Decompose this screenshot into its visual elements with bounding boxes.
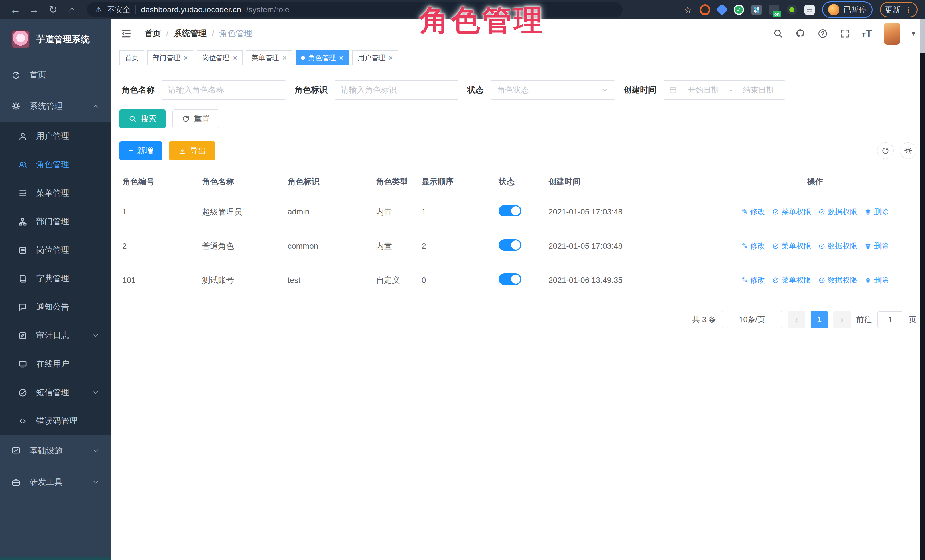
sidebar-item-audit-log[interactable]: 审计日志 <box>0 321 111 350</box>
browser-back-icon[interactable]: ← <box>8 4 23 16</box>
add-button[interactable]: + 新增 <box>119 141 162 160</box>
prev-page-button[interactable]: ‹ <box>788 311 805 328</box>
sidebar-logo-row[interactable]: 芋道管理系统 <box>0 20 111 59</box>
row-actions: ✎修改 菜单权限 数据权限 删除 <box>717 241 914 251</box>
update-button[interactable]: 更新 ⋮ <box>880 2 917 17</box>
browser-home-icon[interactable]: ⌂ <box>64 4 80 16</box>
cell-role-key: test <box>285 263 373 297</box>
status-toggle[interactable] <box>499 205 521 216</box>
edit-link[interactable]: ✎修改 <box>742 241 765 251</box>
data-permission-link[interactable]: 数据权限 <box>818 241 857 251</box>
sidebar-item-notice[interactable]: 通知公告 <box>0 293 111 321</box>
browser-menu-icon[interactable]: ⋮ <box>904 5 913 15</box>
extension-icon[interactable] <box>699 4 710 15</box>
search-button[interactable]: 搜索 <box>119 110 166 128</box>
github-icon[interactable] <box>795 29 806 39</box>
sidebar-item-users[interactable]: 用户管理 <box>0 122 111 150</box>
gear-icon <box>11 102 21 111</box>
sidebar-item-infrastructure[interactable]: 基础设施 <box>0 435 111 467</box>
caret-down-icon[interactable]: ▾ <box>912 30 915 38</box>
tab-label: 首页 <box>125 53 139 62</box>
sidebar-item-online-users[interactable]: 在线用户 <box>0 350 111 378</box>
font-size-icon[interactable]: TT <box>862 28 872 40</box>
export-button[interactable]: 导出 <box>169 141 215 160</box>
sidebar-item-menus[interactable]: 菜单管理 <box>0 179 111 207</box>
delete-link[interactable]: 删除 <box>865 241 889 251</box>
status-toggle[interactable] <box>499 239 521 251</box>
refresh-table-button[interactable] <box>877 143 893 159</box>
breadcrumb-item[interactable]: 首页 <box>145 28 161 39</box>
fullscreen-icon[interactable] <box>840 29 850 39</box>
tab-close-icon[interactable]: × <box>282 54 286 62</box>
breadcrumb-item[interactable]: 系统管理 <box>173 28 207 39</box>
edit-link[interactable]: ✎修改 <box>742 275 765 285</box>
page-size-select[interactable]: 10条/页 <box>722 311 782 328</box>
next-page-button[interactable]: › <box>833 311 851 328</box>
tab-close-icon[interactable]: × <box>233 54 237 62</box>
col-role-name: 角色名称 <box>199 169 285 195</box>
date-range-picker[interactable]: 开始日期 - 结束日期 <box>663 80 786 100</box>
tab-label: 用户管理 <box>358 53 385 62</box>
tab-close-icon[interactable]: × <box>389 54 393 62</box>
tab-close-icon[interactable]: × <box>339 54 343 62</box>
extension-icon[interactable] <box>752 5 762 15</box>
sidebar-item-system[interactable]: 系统管理 <box>0 90 111 122</box>
sidebar-item-label: 角色管理 <box>36 159 69 170</box>
sidebar-submenu-system: 用户管理 角色管理 菜单管理 部门管理 岗位管理 字典管理 <box>0 122 111 435</box>
extension-icon[interactable] <box>787 5 797 15</box>
trash-icon <box>865 243 871 249</box>
delete-link[interactable]: 删除 <box>865 275 889 285</box>
extension-icon[interactable]: on <box>769 5 779 15</box>
main-panel: 首页 / 系统管理 / 角色管理 TT ▾ 首页 <box>111 20 925 560</box>
sidebar-item-error-codes[interactable]: 错误码管理 <box>0 407 111 435</box>
tab-post[interactable]: 岗位管理 × <box>197 50 243 65</box>
menu-permission-link[interactable]: 菜单权限 <box>772 241 811 251</box>
page-scrollbar[interactable] <box>920 20 925 560</box>
data-permission-link[interactable]: 数据权限 <box>818 207 857 217</box>
sidebar-item-dev-tools[interactable]: 研发工具 <box>0 467 111 498</box>
delete-link[interactable]: 删除 <box>865 207 889 217</box>
trash-icon <box>865 277 871 284</box>
status-select[interactable]: 角色状态 <box>490 80 615 100</box>
menu-permission-link[interactable]: 菜单权限 <box>772 275 811 285</box>
data-permission-link[interactable]: 数据权限 <box>818 275 857 285</box>
menu-permission-link[interactable]: 菜单权限 <box>772 207 811 217</box>
address-bar[interactable]: ⚠ 不安全 dashboard.yudao.iocoder.cn /system… <box>87 2 622 17</box>
sidebar-item-sms[interactable]: 短信管理 <box>0 378 111 407</box>
search-icon[interactable] <box>773 29 783 39</box>
scrollbar-thumb[interactable] <box>920 20 925 53</box>
role-name-input[interactable] <box>161 80 286 100</box>
page-number-current[interactable]: 1 <box>811 311 828 328</box>
browser-reload-icon[interactable]: ↻ <box>45 4 61 16</box>
column-settings-button[interactable] <box>900 143 916 159</box>
status-toggle[interactable] <box>499 273 521 285</box>
extension-icon[interactable]: ✓ <box>734 5 744 15</box>
sidebar-item-dict[interactable]: 字典管理 <box>0 264 111 293</box>
reset-button[interactable]: 重置 <box>172 110 219 128</box>
tab-role[interactable]: 角色管理 × <box>295 50 349 65</box>
extension-icon[interactable] <box>716 4 728 16</box>
tab-dept[interactable]: 部门管理 × <box>148 50 193 65</box>
sidebar-item-roles[interactable]: 角色管理 <box>0 150 111 179</box>
tab-menu[interactable]: 菜单管理 × <box>246 50 292 65</box>
sidebar-item-home[interactable]: 首页 <box>0 59 111 90</box>
trash-icon <box>865 209 871 215</box>
sidebar-item-label: 菜单管理 <box>36 188 69 199</box>
bookmark-star-icon[interactable]: ☆ <box>684 4 692 15</box>
browser-forward-icon[interactable]: → <box>26 4 42 16</box>
edit-link[interactable]: ✎修改 <box>742 207 765 217</box>
role-key-input[interactable] <box>334 80 459 100</box>
puzzle-extensions-icon[interactable]: ⚎ <box>804 5 815 15</box>
sidebar-item-depts[interactable]: 部门管理 <box>0 207 111 236</box>
tab-close-icon[interactable]: × <box>184 54 188 62</box>
sidebar-fold-icon[interactable] <box>121 28 132 39</box>
profile-paused-pill[interactable]: 已暂停 <box>822 2 872 18</box>
check-circle-icon <box>818 209 825 215</box>
help-icon[interactable] <box>818 29 828 39</box>
tab-home[interactable]: 首页 <box>119 50 144 65</box>
user-avatar[interactable] <box>884 23 900 45</box>
app-logo <box>11 30 30 48</box>
tab-user[interactable]: 用户管理 × <box>353 50 398 65</box>
goto-page-input[interactable] <box>877 311 903 328</box>
sidebar-item-posts[interactable]: 岗位管理 <box>0 236 111 264</box>
